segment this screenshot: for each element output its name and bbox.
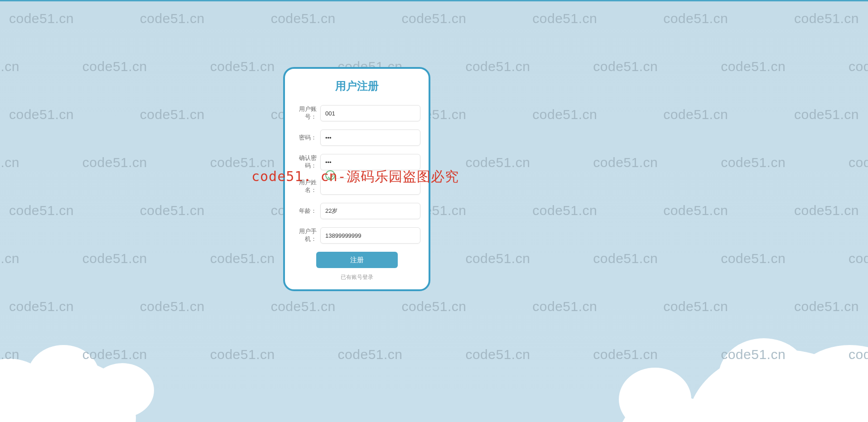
watermark-text: code51.cn [794,107,859,122]
watermark-text: code51.cn [663,203,728,218]
watermark-text: code51.cn [721,155,786,170]
row-phone: 用户手机： [293,227,420,244]
watermark-text: code51.cn [663,107,728,122]
cloud-left [0,304,181,422]
watermark-text: code51.cn [465,347,530,362]
watermark-text: code51.cn [82,251,147,266]
row-password: 密码： [293,129,420,146]
watermark-text: code51.cn [721,251,786,266]
register-card: 用户注册 用户账号： 密码： 确认密码： 用户姓名： 年龄： 用户手机： 注册 … [283,67,430,291]
watermark-text: code51.cn [465,251,530,266]
watermark-text: code51.cn [210,59,275,74]
watermark-text: code51.cn [593,251,658,266]
watermark-text: code51.cn [82,155,147,170]
watermark-text: code51.cn [532,203,597,218]
watermark-text: code51.cn [9,203,74,218]
watermark-text: code51.cn [663,11,728,26]
watermark-text: code51.cn [210,155,275,170]
watermark-text: code51.cn [465,155,530,170]
confirm-input[interactable] [320,154,420,170]
login-link[interactable]: 已有账号登录 [293,273,420,281]
watermark-text: code51.cn [210,251,275,266]
username-input[interactable] [320,178,420,195]
watermark-text: code51.cn [401,11,466,26]
watermark-text: code51.cn [401,299,466,314]
account-input[interactable] [320,105,420,121]
cloud-right [583,277,868,422]
watermark-text: code51.cn [593,59,658,74]
watermark-text: code51.cn [140,203,205,218]
watermark-text: code51.cn [9,11,74,26]
password-input[interactable] [320,129,420,146]
watermark-text: code51.cn [210,347,275,362]
watermark-text: code51.cn [338,347,403,362]
watermark-text: code51.cn [271,11,336,26]
username-label: 用户姓名： [293,179,317,194]
watermark-text: code51.cn [849,59,868,74]
phone-input[interactable] [320,227,420,244]
age-label: 年龄： [293,207,317,215]
row-account: 用户账号： [293,105,420,121]
watermark-text: code51.cn [82,59,147,74]
watermark-text: code51.cn [140,11,205,26]
watermark-text: code51.cn [849,251,868,266]
password-label: 密码： [293,134,317,142]
watermark-text: code51.cn [721,59,786,74]
account-label: 用户账号： [293,106,317,121]
confirm-label: 确认密码： [293,154,317,170]
watermark-text: code51.cn [0,251,19,266]
watermark-text: code51.cn [849,155,868,170]
row-username: 用户姓名： [293,178,420,195]
row-age: 年龄： [293,203,420,219]
watermark-text: code51.cn [0,59,19,74]
watermark-text: code51.cn [0,155,19,170]
watermark-text: code51.cn [794,11,859,26]
watermark-text: code51.cn [271,299,336,314]
watermark-text: code51.cn [465,59,530,74]
row-confirm: 确认密码： [293,154,420,170]
register-button[interactable]: 注册 [316,252,398,268]
watermark-text: code51.cn [794,203,859,218]
watermark-text: code51.cn [140,107,205,122]
age-input[interactable] [320,203,420,219]
watermark-text: code51.cn [593,155,658,170]
watermark-text: code51.cn [532,107,597,122]
watermark-text: code51.cn [532,11,597,26]
phone-label: 用户手机： [293,228,317,243]
card-title: 用户注册 [293,79,420,93]
watermark-text: code51.cn [9,107,74,122]
